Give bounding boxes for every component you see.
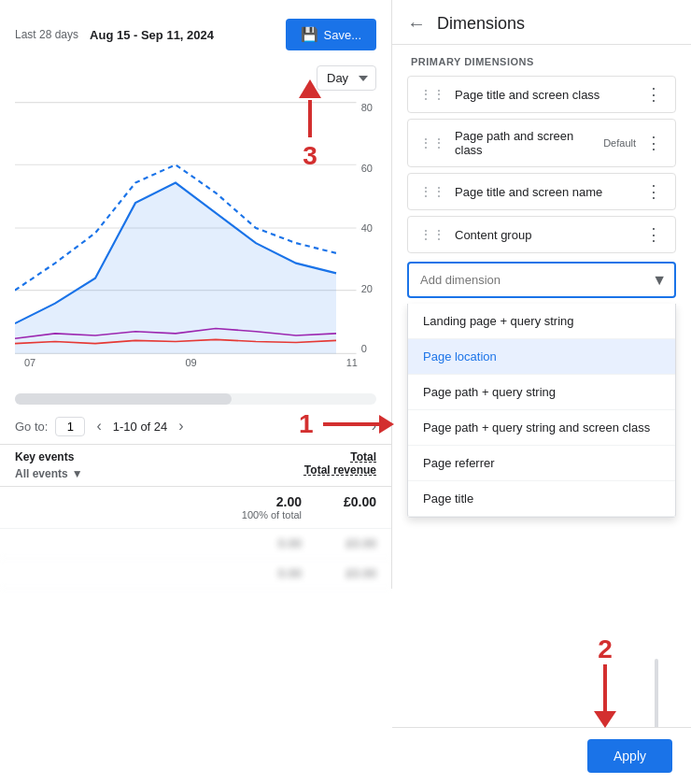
col1-header: Key events [15,450,304,463]
page-input[interactable] [55,417,85,436]
annotation-2: 2 [594,634,616,728]
dimension-more-button-0[interactable]: ⋮ [643,86,664,103]
y-axis-labels: 80 60 40 20 0 [361,102,373,354]
scroll-right-button[interactable]: › [372,418,376,435]
back-button[interactable]: ← [407,13,426,35]
dimension-item-0[interactable]: ⋮⋮ Page title and screen class ⋮ [407,76,676,113]
go-to-label: Go to: [15,420,48,434]
dimension-item-3[interactable]: ⋮⋮ Content group ⋮ [407,216,676,253]
dimension-more-button-2[interactable]: ⋮ [643,183,664,200]
add-dimension-container: ▼ [407,262,676,298]
date-prefix-label: Last 28 days [15,28,78,41]
drag-icon: ⋮⋮ [419,184,445,199]
dimension-label-0: Page title and screen class [455,88,643,102]
add-dimension-input[interactable] [407,262,676,298]
chart-scrollbar[interactable] [15,393,376,405]
dropdown-item-3[interactable]: Page path + query string and screen clas… [408,410,675,446]
apply-button-container: Apply [392,727,691,784]
dimension-more-button-3[interactable]: ⋮ [643,226,664,243]
table-row: 2.00 100% of total £0.00 [0,487,391,529]
table-row: 0.00 £0.00 [0,529,391,559]
dimension-item-2[interactable]: ⋮⋮ Page title and screen name ⋮ [407,173,676,210]
svg-marker-5 [15,183,336,354]
prev-page-button[interactable]: ‹ [92,416,105,436]
save-button[interactable]: 💾 Save... [286,19,376,50]
section-label: PRIMARY DIMENSIONS [392,45,691,73]
apply-button[interactable]: Apply [587,739,672,773]
dimension-label-1: Page path and screen class [455,129,603,157]
drag-icon: ⋮⋮ [419,87,445,102]
dropdown-item-5[interactable]: Page title [408,481,675,517]
panel-title: Dimensions [437,14,525,34]
dimension-dropdown: Landing page + query string Page locatio… [407,304,676,518]
table-row: 0.00 £0.00 [0,559,391,589]
dimension-more-button-1[interactable]: ⋮ [643,135,664,151]
drag-icon: ⋮⋮ [419,135,445,150]
right-panel: ← Dimensions PRIMARY DIMENSIONS ⋮⋮ Page … [392,0,691,784]
next-page-button[interactable]: › [175,416,187,436]
drag-icon: ⋮⋮ [419,227,445,242]
granularity-select[interactable]: Day [317,65,376,91]
x-axis-labels: 07 09 11 [15,357,376,368]
dropdown-item-1[interactable]: Page location [408,339,675,375]
save-icon: 💾 [301,26,318,43]
dropdown-item-2[interactable]: Page path + query string [408,375,675,410]
dimension-item-1[interactable]: ⋮⋮ Page path and screen class Default ⋮ [407,119,676,167]
dropdown-item-0[interactable]: Landing page + query string [408,304,675,339]
col2-header: TotalTotal revenue [304,450,376,480]
chart-svg [15,102,376,354]
default-badge: Default [603,137,636,149]
filter-label: All events [15,467,68,480]
filter-select-button[interactable]: ▼ [72,467,83,480]
dimension-label-3: Content group [455,228,643,242]
save-label: Save... [324,28,361,42]
dropdown-item-4[interactable]: Page referrer [408,446,675,481]
page-range-label: 1-10 of 24 [113,420,168,434]
date-range-label: Aug 15 - Sep 11, 2024 [90,28,214,42]
dimension-label-2: Page title and screen name [455,185,643,199]
